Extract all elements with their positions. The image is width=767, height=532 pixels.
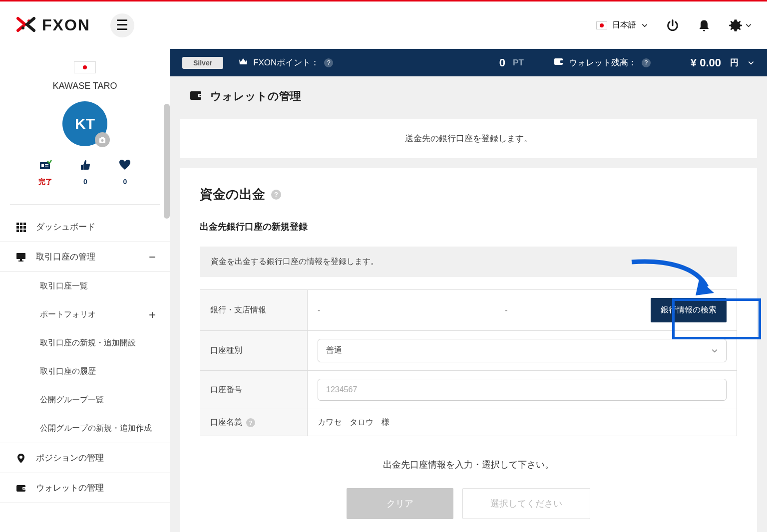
bank-search-button[interactable]: 銀行情報の検索 <box>651 298 727 322</box>
svg-rect-15 <box>16 230 19 232</box>
nav-label: 取引口座の新規・追加開設 <box>40 338 136 348</box>
hamburger-menu-button[interactable]: ☰ <box>110 13 134 37</box>
language-selector[interactable]: 日本語 <box>596 20 648 30</box>
language-label: 日本語 <box>612 20 636 30</box>
camera-icon[interactable] <box>95 132 110 147</box>
nav-account-history[interactable]: 取引口座の履歴 <box>0 357 170 386</box>
points-number: 0 <box>499 56 505 69</box>
power-icon[interactable] <box>666 18 680 32</box>
nav-accounts[interactable]: 取引口座の管理 − <box>0 242 170 272</box>
row-account-type: 口座種別 普通 <box>200 331 737 371</box>
balance-number: 0.00 <box>700 56 721 69</box>
wallet-icon <box>15 483 27 494</box>
stat-thumbs-value: 0 <box>83 178 87 186</box>
account-number-input[interactable] <box>318 379 727 401</box>
points-unit: PT <box>513 58 524 68</box>
prompt-text: 出金先口座情報を入力・選択して下さい。 <box>200 459 737 471</box>
settings-menu[interactable] <box>729 18 752 32</box>
header-right: 日本語 <box>596 18 752 32</box>
svg-rect-6 <box>41 164 44 167</box>
nav-label: 取引口座一覧 <box>40 281 88 291</box>
logo[interactable]: FXON <box>15 13 90 37</box>
account-number-label: 口座番号 <box>200 371 308 409</box>
page-header: ウォレットの管理 <box>170 76 767 119</box>
profile-section: KAWASE TARO KT 完了 0 0 <box>0 49 170 197</box>
points-label: FXONポイント： <box>253 57 319 68</box>
svg-rect-20 <box>18 261 23 262</box>
svg-point-4 <box>101 139 104 142</box>
select-button[interactable]: 選択してください <box>462 488 590 519</box>
balance-value[interactable]: ¥ 0.00 円 <box>691 56 755 69</box>
points-segment: FXONポイント： ? <box>238 57 333 68</box>
chevron-down-icon <box>748 59 755 66</box>
bell-icon[interactable] <box>697 18 711 32</box>
scrollbar[interactable] <box>164 104 170 219</box>
nav-label: ポートフォリオ <box>40 309 96 320</box>
help-icon[interactable]: ? <box>271 190 281 200</box>
crown-icon <box>238 57 248 68</box>
svg-rect-16 <box>20 230 22 232</box>
svg-point-21 <box>19 456 22 459</box>
svg-rect-11 <box>23 223 26 225</box>
profile-stats: 完了 0 0 <box>10 159 160 187</box>
nav-label: ダッシュボード <box>36 221 95 233</box>
nav-portfolio[interactable]: ポートフォリオ + <box>0 300 170 329</box>
clear-button[interactable]: クリア <box>347 488 453 519</box>
thumbs-up-icon <box>79 159 92 174</box>
logo-text: FXON <box>42 16 90 34</box>
svg-rect-9 <box>16 223 19 225</box>
row-account-number: 口座番号 <box>200 371 737 409</box>
stat-complete-label: 完了 <box>38 178 52 187</box>
account-name-value: カワセ タロウ 様 <box>308 409 737 436</box>
stat-heart-value: 0 <box>123 178 127 186</box>
collapse-icon: − <box>149 250 156 264</box>
stat-thumbs[interactable]: 0 <box>79 159 92 187</box>
nav-label: 公開グループの新規・追加作成 <box>40 423 152 434</box>
account-type-select[interactable]: 普通 <box>318 339 727 362</box>
chevron-down-icon <box>711 347 718 354</box>
stat-verification[interactable]: 完了 <box>38 159 52 187</box>
svg-point-29 <box>200 95 201 96</box>
stat-heart[interactable]: 0 <box>118 159 131 187</box>
section-title-row: 資金の出金 ? <box>200 186 737 203</box>
svg-rect-3 <box>101 137 104 139</box>
nav-accounts-list[interactable]: 取引口座一覧 <box>0 272 170 300</box>
help-icon[interactable]: ? <box>324 58 333 67</box>
profile-flag <box>74 61 96 73</box>
nav-new-account[interactable]: 取引口座の新規・追加開設 <box>0 329 170 357</box>
help-icon[interactable]: ? <box>246 418 255 427</box>
nav-public-groups[interactable]: 公開グループ一覧 <box>0 386 170 414</box>
nav-positions[interactable]: ポジションの管理 <box>0 443 170 473</box>
content-area: Silver FXONポイント： ? 0 PT ウォレット残高： ? ¥ 0.0… <box>170 49 767 532</box>
nav-label: 取引口座の履歴 <box>40 366 96 377</box>
svg-rect-10 <box>20 223 22 225</box>
info-banner: 資金を出金する銀行口座の情報を登録します。 <box>200 247 737 277</box>
points-value: 0 PT <box>499 56 524 69</box>
monitor-icon <box>15 252 27 263</box>
nav-new-public-group[interactable]: 公開グループの新規・追加作成 <box>0 414 170 443</box>
nav-wallet[interactable]: ウォレットの管理 <box>0 473 170 503</box>
gear-icon <box>729 18 743 32</box>
expand-icon: + <box>149 308 156 322</box>
notice-panel: 送金先の銀行口座を登録します。 <box>180 119 757 158</box>
svg-rect-18 <box>16 253 25 259</box>
nav-label: 公開グループ一覧 <box>40 395 104 405</box>
svg-rect-7 <box>45 164 48 165</box>
avatar[interactable]: KT <box>62 101 107 146</box>
wallet-label: ウォレット残高： <box>569 57 637 68</box>
chevron-down-icon <box>745 22 752 29</box>
section-title: 資金の出金 <box>200 186 265 203</box>
balance-unit: 円 <box>730 57 739 68</box>
svg-rect-17 <box>23 230 26 232</box>
svg-point-1 <box>21 26 24 29</box>
chevron-down-icon <box>641 22 648 29</box>
page-title: ウォレットの管理 <box>210 89 301 104</box>
svg-rect-19 <box>20 259 22 261</box>
notice-text: 送金先の銀行口座を登録します。 <box>405 134 532 143</box>
bank-branch-label: 銀行・支店情報 <box>200 290 308 331</box>
nav-dashboard[interactable]: ダッシュボード <box>0 212 170 242</box>
help-icon[interactable]: ? <box>642 58 651 67</box>
svg-point-24 <box>23 488 24 489</box>
logo-icon <box>15 13 37 37</box>
header-left: FXON ☰ <box>15 13 134 37</box>
